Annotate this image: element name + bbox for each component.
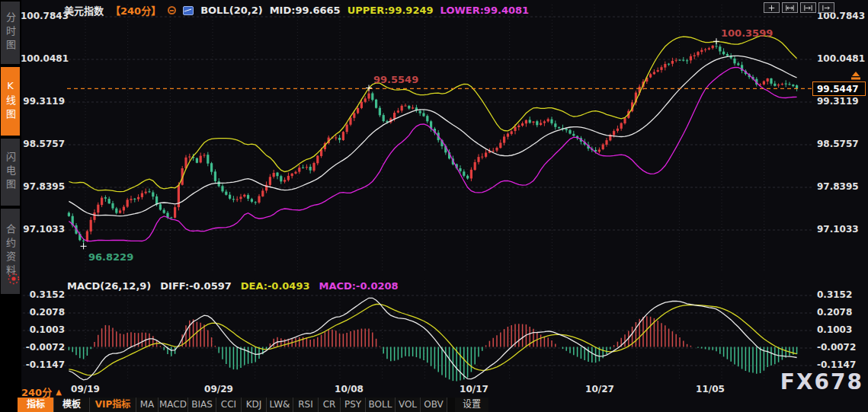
time-tick-4: 10/27 <box>585 384 614 394</box>
toolbar-button-VIP指标[interactable]: VIP指标 <box>89 398 136 412</box>
period-low-annotation: 96.8229 <box>88 251 133 263</box>
swing-high-annotation: 99.5549 <box>373 74 418 85</box>
toolbar-button-BOLL[interactable]: BOLL <box>365 398 396 412</box>
fit-width-icon[interactable] <box>782 2 798 13</box>
time-tick-0: 09/19 <box>71 384 100 394</box>
time-tick-5: 11/05 <box>696 384 725 394</box>
price-tick-left-0: 100.7843 <box>21 11 65 21</box>
toolbar-button-CCI[interactable]: CCI <box>216 398 242 412</box>
scroll-right-icon[interactable] <box>818 2 834 13</box>
live-indicator-icon <box>7 272 21 286</box>
toolbar-button-RSI[interactable]: RSI <box>293 398 319 412</box>
toolbar-button-LW&[interactable]: LW& <box>266 398 293 412</box>
pan-icon-glyph <box>764 3 779 13</box>
price-tick-left-4: 97.8395 <box>21 181 65 192</box>
macd-tick-right-3: -0.0072 <box>817 342 861 353</box>
toolbar-button-MACD[interactable]: MACD <box>158 398 188 412</box>
sidebar: 分时图K线图闪电图合约资料 <box>0 0 21 412</box>
macd-tick-left-3: -0.0072 <box>21 342 65 353</box>
macd-tick-right-1: 0.2078 <box>817 307 861 318</box>
boll-upper-value: UPPER:99.9249 <box>348 5 434 16</box>
indicator-toolbar: 指标模板VIP指标MAMACDBIASCCIKDJLW&RSICRPSYBOLL… <box>18 398 488 412</box>
price-tick-left-3: 98.5757 <box>21 139 65 149</box>
boll-mid-value: MID:99.6665 <box>270 5 341 16</box>
toolbar-button-BIAS[interactable]: BIAS <box>187 398 216 412</box>
price-alert-marker-icon <box>850 71 862 81</box>
toolbar-button-PSY[interactable]: PSY <box>340 398 366 412</box>
macd-tick-right-0: 0.3152 <box>817 289 861 300</box>
toolbar-button-CR[interactable]: CR <box>318 398 341 412</box>
price-tick-right-4: 97.8395 <box>817 181 861 192</box>
chart-info-bar: 美元指数 【240分】 BOLL(20,2) MID:99.6665 UPPER… <box>64 3 529 18</box>
boll-label: BOLL(20,2) <box>200 5 263 16</box>
macd-tick-left-4: -0.1147 <box>21 359 65 370</box>
macd-info-bar: MACD(26,12,9) DIFF:-0.0597 DEA:-0.0493 M… <box>67 280 399 292</box>
sidebar-item-2[interactable]: 闪电图 <box>1 139 20 206</box>
price-tick-left-5: 97.1033 <box>21 224 65 235</box>
interval-icon[interactable] <box>168 6 176 14</box>
price-tick-left-2: 99.3119 <box>21 96 65 107</box>
kline-chart-icon[interactable] <box>183 6 194 15</box>
price-tick-right-3: 98.5757 <box>817 139 861 149</box>
sidebar-item-1[interactable]: K线图 <box>1 67 20 136</box>
toolbar-button-指标[interactable]: 指标 <box>18 398 54 412</box>
boll-lower-value: LOWER:99.4081 <box>440 5 530 16</box>
fit-screen-icon[interactable] <box>800 2 816 13</box>
macd-tick-left-2: 0.1003 <box>21 324 65 335</box>
macd-tick-left-0: 0.3152 <box>21 289 65 300</box>
triangle-up-icon: ▲ <box>56 388 62 396</box>
symbol-name: 美元指数 <box>64 3 104 18</box>
price-tick-left-1: 100.0481 <box>21 53 65 64</box>
macd-macd-value: MACD:-0.0208 <box>319 280 399 292</box>
toolbar-button-MA[interactable]: MA <box>136 398 159 412</box>
period-high-annotation: 100.3599 <box>721 27 773 39</box>
macd-tick-right-4: -0.1147 <box>817 359 861 370</box>
app-window: 分时图K线图闪电图合约资料 美元指数 【240分】 BOLL(20,2) MID… <box>0 0 868 412</box>
toolbar-button-OBV[interactable]: OBV <box>420 398 447 412</box>
time-tick-3: 10/17 <box>460 384 488 394</box>
price-tick-right-2: 99.3119 <box>817 96 861 107</box>
macd-dea-value: DEA:-0.0493 <box>241 280 310 292</box>
toolbar-button-KDJ[interactable]: KDJ <box>241 398 267 412</box>
toolbar-button-VOL[interactable]: VOL <box>395 398 421 412</box>
macd-tick-left-1: 0.2078 <box>21 307 65 318</box>
fit-screen-icon-glyph <box>801 3 815 13</box>
price-macd-chart[interactable] <box>0 0 868 412</box>
macd-label: MACD(26,12,9) <box>67 280 151 292</box>
sidebar-item-0[interactable]: 分时图 <box>1 2 20 64</box>
toolbar-button-设置[interactable]: 设置 <box>455 398 488 412</box>
period-label[interactable]: 【240分】 <box>111 3 161 18</box>
toolbar-button-模板[interactable]: 模板 <box>53 398 90 412</box>
price-tick-right-1: 100.0481 <box>817 53 861 64</box>
time-tick-2: 10/08 <box>335 384 364 394</box>
macd-diff-value: DIFF:-0.0597 <box>160 280 231 292</box>
scroll-right-icon-glyph <box>819 3 834 13</box>
price-tick-right-5: 97.1033 <box>817 224 861 235</box>
fit-width-icon-glyph <box>783 3 797 13</box>
last-price-box: 99.5447 <box>812 81 866 96</box>
time-tick-1: 09/29 <box>204 384 233 394</box>
macd-tick-right-2: 0.1003 <box>817 324 861 335</box>
watermark: FX678 <box>780 369 863 394</box>
chart-tool-buttons <box>764 2 834 13</box>
pan-icon[interactable] <box>764 2 780 13</box>
